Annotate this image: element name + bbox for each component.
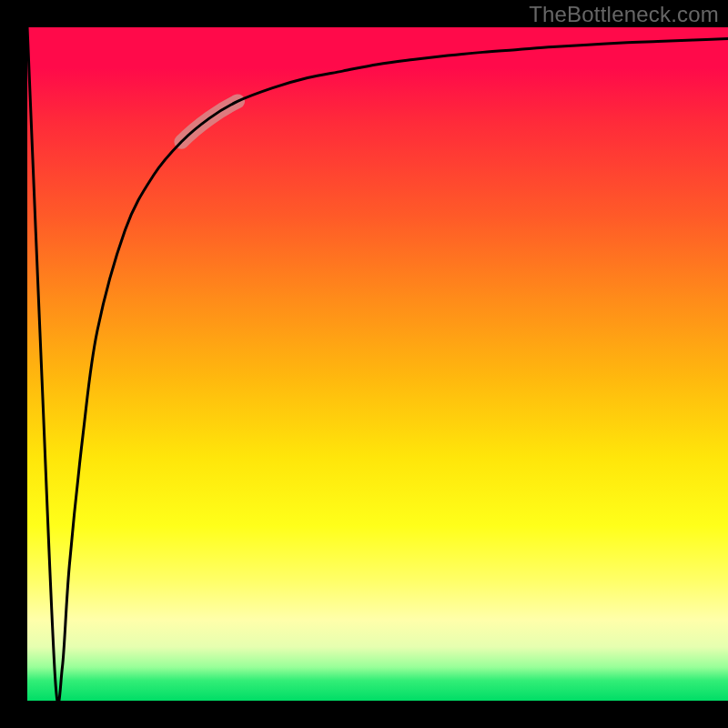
highlight-segment xyxy=(181,101,238,141)
plot-area xyxy=(27,27,728,701)
watermark-text: TheBottleneck.com xyxy=(529,2,719,27)
curve-layer xyxy=(27,27,728,701)
chart-frame: TheBottleneck.com xyxy=(0,0,728,728)
bottleneck-curve xyxy=(27,27,728,701)
